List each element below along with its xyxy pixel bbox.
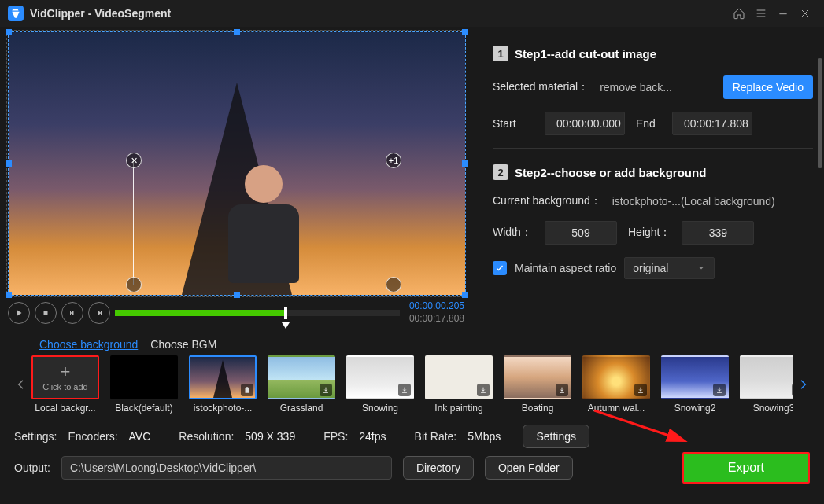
current-bg-value: istockphoto-...(Local background)	[612, 195, 775, 208]
output-path-field[interactable]: C:\Users\MLoong\Desktop\VidClipper\	[61, 456, 392, 480]
region-handle-icon[interactable]	[386, 277, 401, 292]
tab-choose-background[interactable]: Choose background	[39, 338, 138, 351]
download-icon[interactable]	[634, 384, 647, 396]
bg-thumb-snowing3[interactable]	[740, 355, 793, 399]
selected-material-label: Selected material：	[493, 80, 589, 94]
bg-thumb-autumn[interactable]	[582, 355, 650, 399]
bg-thumb-black[interactable]	[110, 355, 178, 399]
thumb-label: Autumn wal...	[582, 403, 650, 414]
encoders-value: AVC	[129, 430, 151, 443]
carousel-next-button[interactable]	[793, 362, 813, 407]
settings-label: Settings:	[14, 430, 57, 443]
thumb-label: Grassland	[268, 403, 335, 414]
replace-video-button[interactable]: Replace Vedio	[723, 75, 813, 99]
stop-button[interactable]	[35, 302, 57, 324]
aspect-ratio-select[interactable]: original	[624, 257, 715, 279]
thumb-label: Snowing2	[661, 403, 729, 414]
player-controls: 00:00:00.205 00:00:17.808	[8, 300, 464, 325]
duplicate-region-icon[interactable]	[386, 153, 401, 168]
bg-thumb-grassland[interactable]	[268, 355, 335, 399]
end-time-field[interactable]: 00:00:17.808	[672, 112, 752, 135]
region-handle-icon[interactable]	[126, 277, 142, 292]
add-background-button[interactable]: Click to add	[31, 355, 99, 399]
close-button[interactable]	[794, 2, 816, 24]
encoders-label: Encoders:	[68, 430, 117, 443]
prev-frame-button[interactable]	[61, 302, 83, 324]
bg-thumb-snowing2[interactable]	[661, 355, 729, 399]
carousel-prev-button[interactable]	[11, 362, 31, 407]
step1-title: Step1--add cut-out image	[515, 47, 656, 61]
height-label: Height：	[628, 226, 671, 240]
end-label: End	[636, 117, 661, 130]
delete-thumb-icon[interactable]	[241, 384, 253, 396]
thumb-label: istockphoto-...	[189, 403, 257, 414]
menu-button[interactable]	[750, 2, 772, 24]
download-icon[interactable]	[556, 384, 568, 396]
preview-canvas[interactable]	[8, 31, 466, 296]
resolution-label: Resolution:	[179, 430, 234, 443]
chevron-down-icon	[697, 263, 706, 273]
settings-button[interactable]: Settings	[523, 425, 589, 448]
bg-thumb-ink-painting[interactable]	[425, 355, 493, 399]
play-button[interactable]	[8, 302, 30, 324]
title-bar: VidClipper - VideoSegment	[0, 0, 824, 27]
step2-title: Step2--choose or add background	[515, 166, 706, 179]
cutout-region[interactable]	[133, 160, 394, 285]
aspect-ratio-checkbox[interactable]	[493, 261, 507, 275]
current-time: 00:00:00.205	[409, 300, 464, 313]
next-frame-button[interactable]	[88, 302, 110, 324]
aspect-ratio-label: Maintain aspect ratio	[515, 262, 616, 274]
thumb-label: Ink painting	[425, 403, 493, 414]
window-title: VidClipper - VideoSegment	[30, 7, 171, 20]
selected-material-value: remove back...	[600, 81, 672, 94]
delete-region-icon[interactable]	[126, 153, 142, 168]
bg-thumb-istockphoto[interactable]	[189, 355, 257, 399]
width-field[interactable]: 509	[545, 221, 617, 245]
thumb-label: Snowing	[346, 403, 414, 414]
app-logo-icon	[8, 6, 24, 21]
svg-rect-0	[44, 311, 48, 315]
bitrate-value: 5Mbps	[467, 430, 501, 443]
step-number-icon: 2	[493, 164, 508, 180]
height-field[interactable]: 339	[682, 221, 754, 245]
start-time-field[interactable]: 00:00:00.000	[545, 112, 625, 135]
width-label: Width：	[493, 226, 534, 240]
bitrate-label: Bit Rate:	[415, 430, 457, 443]
download-icon[interactable]	[320, 384, 332, 396]
bg-thumb-boating[interactable]	[504, 355, 571, 399]
resolution-value: 509 X 339	[245, 430, 295, 443]
download-icon[interactable]	[713, 384, 726, 396]
download-icon[interactable]	[477, 384, 490, 396]
open-folder-button[interactable]: Open Folder	[485, 456, 573, 480]
download-icon[interactable]	[398, 384, 411, 396]
steps-panel: 1 Step1--add cut-out image Selected mate…	[472, 27, 824, 333]
thumb-label: Boating	[504, 403, 571, 414]
duration-time: 00:00:17.808	[409, 313, 464, 326]
start-label: Start	[493, 117, 534, 130]
thumb-label: Black(default)	[110, 403, 178, 414]
step-number-icon: 1	[493, 46, 508, 61]
bottom-bar: Settings: Encoders: AVC Resolution: 509 …	[0, 420, 824, 492]
current-bg-label: Current background：	[493, 194, 601, 208]
thumb-label: Local backgr...	[31, 403, 99, 414]
bg-thumb-snowing[interactable]	[346, 355, 414, 399]
scrollbar[interactable]	[818, 58, 822, 168]
download-icon[interactable]	[792, 384, 793, 396]
home-button[interactable]	[728, 2, 750, 24]
timeline-slider[interactable]	[115, 304, 400, 322]
preview-panel: 00:00:00.205 00:00:17.808	[0, 27, 472, 333]
background-chooser: Choose background Choose BGM Click to ad…	[0, 333, 824, 420]
minimize-button[interactable]	[772, 2, 794, 24]
fps-value: 24fps	[359, 430, 386, 443]
thumb-label: Snowing3	[740, 403, 793, 414]
directory-button[interactable]: Directory	[403, 456, 474, 480]
tab-choose-bgm[interactable]: Choose BGM	[150, 338, 216, 351]
export-button[interactable]: Export	[682, 452, 810, 484]
fps-label: FPS:	[323, 430, 348, 443]
output-label: Output:	[14, 462, 50, 474]
